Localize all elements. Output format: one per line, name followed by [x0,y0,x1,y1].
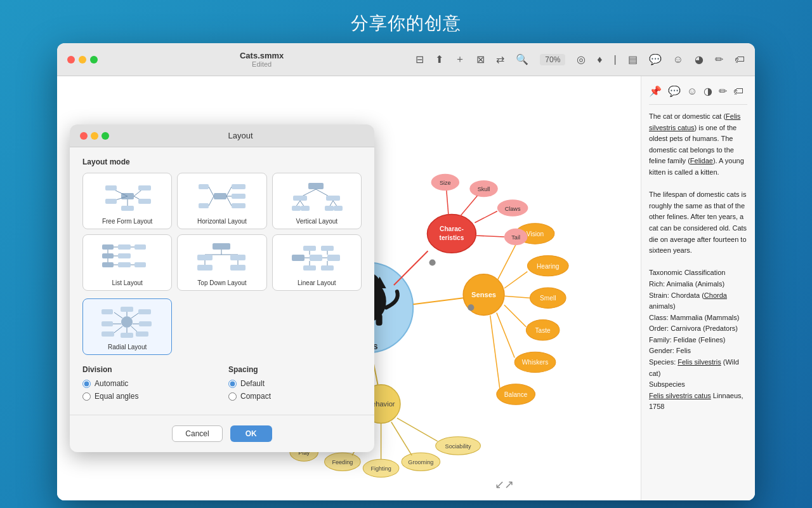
svg-rect-142 [134,262,146,267]
dialog-maximize-button[interactable] [102,132,109,140]
svg-rect-155 [310,255,322,261]
dialog-close-button[interactable] [80,132,88,140]
pin-icon[interactable]: 📌 [649,84,662,99]
layout-item-radial[interactable]: Radial Layout [82,298,172,355]
svg-rect-147 [197,255,213,260]
svg-rect-138 [102,262,114,267]
tag-icon[interactable]: 🏷 [733,84,743,99]
ok-button[interactable]: OK [230,425,272,442]
note-icon[interactable]: 💬 [668,84,681,99]
maximize-button[interactable] [90,56,98,64]
toolbar-icons: ⊟ ⬆ ＋ ⊠ ⇄ 🔍 70% ◎ ♦ | ▤ 💬 ☺ ◕ ✏ 🏷 [416,53,745,66]
bookmark-icon[interactable]: 🏷 [735,54,745,65]
lightbulb-icon[interactable]: ♦ [597,54,602,65]
spacing-default-label: Default [240,379,265,388]
svg-rect-119 [326,196,340,201]
svg-line-113 [209,196,214,206]
dialog-minimize-button[interactable] [91,132,98,140]
page-title: 分享你的创意 [351,11,461,36]
layout-item-vertical[interactable]: Vertical Layout [272,173,362,229]
svg-rect-104 [214,193,226,199]
spacing-compact-radio[interactable] [228,392,237,401]
svg-rect-108 [232,194,246,199]
svg-rect-136 [118,253,131,258]
svg-rect-148 [230,255,246,260]
svg-rect-180 [102,321,113,326]
emoji-panel-icon[interactable]: ☺ [687,84,697,99]
layout-item-list[interactable]: List Layout [82,234,172,291]
filename: Cats.smmx [108,51,416,60]
delete-icon[interactable]: ⊠ [476,53,485,65]
content-area: Cats Senses Vision Hearing Smell [57,76,755,500]
svg-rect-176 [121,333,133,338]
svg-rect-110 [232,203,246,208]
division-equal-option[interactable]: Equal angles [82,392,216,401]
right-panel: 📌 💬 ☺ ◑ ✏ 🏷 The cat or domestic cat (Fel… [641,76,755,500]
svg-rect-103 [121,206,134,211]
spacing-default-option[interactable]: Default [228,379,362,388]
svg-rect-114 [199,203,209,208]
dialog-buttons: Cancel OK [70,415,374,452]
zoom-label[interactable]: 70% [540,54,565,65]
svg-rect-112 [199,184,209,189]
division-automatic-option[interactable]: Automatic [82,379,216,388]
comment-icon[interactable]: 💬 [649,53,662,65]
panel1-icon[interactable]: ▤ [628,53,638,65]
division-automatic-label: Automatic [95,379,128,388]
svg-rect-172 [139,321,152,326]
spacing-default-radio[interactable] [228,380,237,388]
export-icon[interactable]: ⬆ [435,53,443,65]
dialog-titlebar: Layout [70,124,374,147]
svg-rect-101 [138,199,151,204]
emoji-icon[interactable]: ☺ [673,54,683,65]
search-icon[interactable]: 🔍 [516,53,528,65]
close-button[interactable] [67,56,75,64]
palette-icon[interactable]: ◑ [704,84,712,99]
app-window: Cats.smmx Edited ⊟ ⬆ ＋ ⊠ ⇄ 🔍 70% ◎ ♦ | ▤… [57,43,755,500]
svg-rect-170 [138,309,151,314]
target-icon[interactable]: ◎ [577,53,586,65]
svg-line-109 [226,196,232,206]
add-icon[interactable]: ＋ [455,53,465,66]
svg-rect-106 [232,184,246,189]
spacing-compact-option[interactable]: Compact [228,392,362,401]
color-icon[interactable]: ◕ [695,53,704,65]
svg-rect-123 [301,206,310,211]
dialog-title: Layout [117,131,364,140]
layout-item-top-down[interactable]: Top Down Layout [177,234,266,291]
layout-preview-linear [277,239,357,277]
layout-item-linear[interactable]: Linear Layout [272,234,362,291]
division-equal-radio[interactable] [82,392,91,401]
svg-rect-125 [325,206,334,211]
svg-rect-178 [102,331,114,337]
svg-line-181 [114,312,122,318]
save-icon[interactable]: ⊟ [416,53,424,65]
svg-line-111 [209,187,214,196]
layout-item-horizontal[interactable]: Horizontal Layout [177,173,266,229]
cancel-button[interactable]: Cancel [172,425,222,442]
svg-rect-153 [292,255,304,261]
pencil-icon[interactable]: ✏ [715,53,723,65]
layout-dialog: Layout Layout mode [70,124,374,452]
svg-rect-127 [334,206,343,211]
share-icon[interactable]: ⇄ [496,53,504,65]
svg-rect-134 [102,253,114,258]
svg-rect-130 [118,244,131,250]
svg-rect-168 [121,307,133,312]
svg-rect-182 [102,309,113,314]
dialog-body: Layout mode [70,147,374,415]
svg-rect-159 [303,246,316,251]
dialog-traffic-lights [80,132,109,140]
edit-icon[interactable]: ✏ [719,84,727,99]
minimize-button[interactable] [79,56,86,64]
division-automatic-radio[interactable] [82,380,91,388]
layout-preview-list [87,239,167,277]
dialog-overlay: Layout Layout mode [57,76,641,500]
layout-item-free-form[interactable]: Free Form Layout [82,173,172,229]
options-row: Division Automatic Equal angles [82,365,362,404]
svg-rect-99 [138,185,151,190]
svg-rect-157 [327,255,340,261]
svg-rect-128 [102,244,114,250]
layout-preview-top-down [181,239,262,277]
svg-rect-150 [197,265,213,271]
